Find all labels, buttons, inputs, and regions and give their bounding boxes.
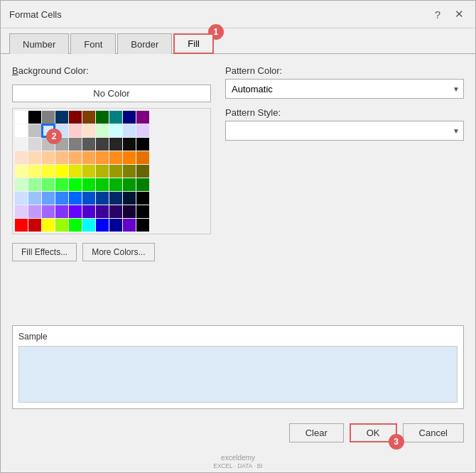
color-cell[interactable] [15, 138, 28, 151]
color-cell[interactable] [109, 111, 122, 124]
color-cell[interactable] [69, 111, 82, 124]
color-cell[interactable] [55, 192, 68, 205]
color-cell[interactable] [28, 192, 41, 205]
color-cell[interactable] [15, 151, 28, 164]
color-cell[interactable] [96, 192, 109, 205]
color-cell[interactable] [136, 124, 149, 137]
color-cell[interactable] [123, 205, 136, 218]
color-cell[interactable] [55, 178, 68, 191]
color-cell[interactable] [96, 124, 109, 137]
no-color-button[interactable]: No Color [12, 85, 211, 102]
color-cell[interactable] [123, 151, 136, 164]
color-cell[interactable] [42, 165, 55, 178]
color-cell[interactable] [96, 219, 109, 232]
color-cell[interactable] [42, 151, 55, 164]
color-cell[interactable] [136, 165, 149, 178]
color-cell[interactable] [96, 165, 109, 178]
color-cell[interactable] [96, 138, 109, 151]
color-cell[interactable] [123, 165, 136, 178]
color-cell[interactable] [123, 138, 136, 151]
color-cell[interactable] [15, 192, 28, 205]
color-cell[interactable] [136, 192, 149, 205]
color-cell[interactable] [69, 124, 82, 137]
color-cell[interactable] [28, 178, 41, 191]
color-cell[interactable] [15, 178, 28, 191]
clear-button[interactable]: Clear [289, 423, 344, 442]
color-cell[interactable] [55, 205, 68, 218]
color-cell[interactable] [136, 151, 149, 164]
color-cell[interactable] [69, 178, 82, 191]
color-cell[interactable] [28, 151, 41, 164]
close-button[interactable]: ✕ [451, 6, 467, 22]
color-cell[interactable] [109, 138, 122, 151]
cancel-button[interactable]: Cancel [403, 423, 464, 442]
color-cell[interactable] [55, 165, 68, 178]
tab-number[interactable]: Number [9, 33, 69, 54]
color-cell[interactable] [123, 111, 136, 124]
color-cell[interactable] [109, 124, 122, 137]
more-colors-button[interactable]: More Colors... [82, 243, 154, 261]
color-cell[interactable] [109, 205, 122, 218]
color-cell[interactable] [15, 219, 28, 232]
color-cell[interactable] [123, 178, 136, 191]
color-cell[interactable] [28, 205, 41, 218]
help-button[interactable]: ? [430, 6, 445, 22]
color-cell[interactable] [28, 165, 41, 178]
color-cell[interactable] [55, 219, 68, 232]
color-cell[interactable] [82, 111, 95, 124]
color-cell[interactable] [42, 205, 55, 218]
color-cell[interactable] [82, 151, 95, 164]
color-cell[interactable] [82, 178, 95, 191]
tab-font[interactable]: Font [70, 33, 116, 54]
color-cell[interactable] [123, 219, 136, 232]
color-cell[interactable] [96, 178, 109, 191]
color-cell[interactable] [15, 111, 28, 124]
color-cell[interactable] [82, 124, 95, 137]
color-cell[interactable] [109, 178, 122, 191]
color-cell[interactable] [109, 151, 122, 164]
color-cell[interactable] [69, 165, 82, 178]
color-cell[interactable] [109, 219, 122, 232]
color-cell[interactable] [123, 192, 136, 205]
color-cell[interactable] [96, 151, 109, 164]
color-cell[interactable] [96, 205, 109, 218]
color-cell[interactable] [42, 111, 55, 124]
color-cell[interactable] [69, 151, 82, 164]
color-cell[interactable] [96, 111, 109, 124]
color-cell[interactable] [69, 192, 82, 205]
color-cell[interactable] [136, 111, 149, 124]
tab-border[interactable]: Border [117, 33, 172, 54]
color-cell[interactable] [28, 219, 41, 232]
color-cell[interactable] [136, 205, 149, 218]
color-cell[interactable] [82, 192, 95, 205]
color-cell[interactable] [109, 192, 122, 205]
color-cell[interactable] [55, 151, 68, 164]
color-cell[interactable] [69, 219, 82, 232]
color-cell[interactable] [42, 178, 55, 191]
color-cell[interactable] [82, 219, 95, 232]
tab-fill[interactable]: Fill [173, 33, 214, 54]
color-cell[interactable] [69, 205, 82, 218]
color-cell[interactable] [136, 219, 149, 232]
color-cell[interactable] [15, 205, 28, 218]
color-row [15, 192, 208, 205]
color-cell[interactable] [42, 192, 55, 205]
pattern-color-select[interactable]: Automatic [225, 79, 464, 99]
color-cell[interactable] [82, 205, 95, 218]
fill-effects-button[interactable]: Fill Effects... [12, 243, 77, 261]
color-cell[interactable] [82, 138, 95, 151]
pattern-style-select[interactable] [225, 121, 464, 141]
color-cell[interactable] [28, 124, 41, 137]
color-cell[interactable] [82, 165, 95, 178]
color-cell[interactable] [123, 124, 136, 137]
color-cell[interactable] [109, 165, 122, 178]
color-cell[interactable] [15, 124, 28, 137]
color-cell[interactable] [136, 178, 149, 191]
color-cell[interactable] [136, 138, 149, 151]
color-cell[interactable] [15, 165, 28, 178]
color-cell[interactable] [28, 111, 41, 124]
color-cell[interactable] [55, 111, 68, 124]
color-cell[interactable] [42, 219, 55, 232]
color-cell[interactable] [28, 138, 41, 151]
color-cell[interactable] [69, 138, 82, 151]
